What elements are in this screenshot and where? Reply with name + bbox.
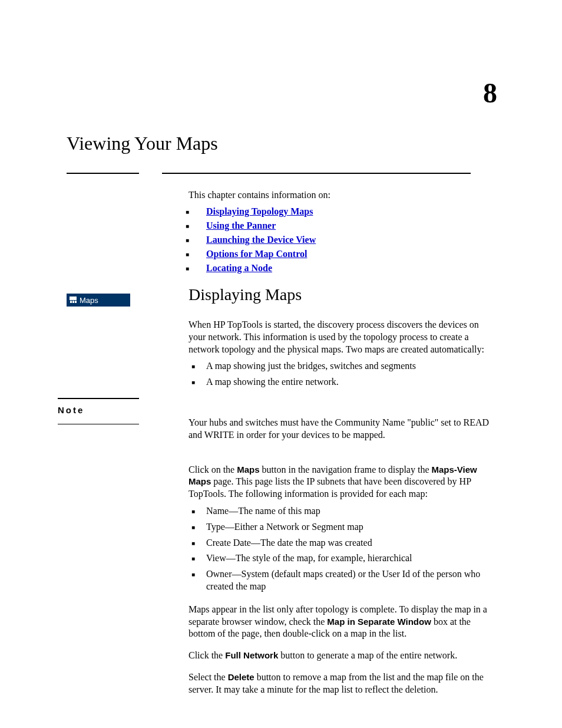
- divider-right: [162, 173, 471, 174]
- note-rule-bottom: [58, 424, 139, 424]
- maps-nav-button: Maps: [67, 294, 130, 307]
- toc-link-locating-node[interactable]: Locating a Node: [206, 263, 272, 273]
- note-label: Note: [58, 405, 140, 415]
- list-item: Type—Either a Network or Segment map: [189, 521, 495, 533]
- bold-map-separate-window: Map in Separate Window: [327, 617, 431, 627]
- maps-icon: [69, 296, 77, 304]
- note-text: Your hubs and switches must have the Com…: [189, 417, 495, 442]
- paragraph-map-display: Maps appear in the list only after topol…: [189, 604, 495, 640]
- svg-rect-0: [70, 297, 77, 300]
- paragraph-full-network: Click the Full Network button to generat…: [189, 650, 495, 662]
- main-content: This chapter contains information on: Di…: [189, 190, 495, 701]
- toc-item: Options for Map Control: [189, 249, 495, 259]
- svg-rect-1: [70, 301, 72, 303]
- toc-item: Locating a Node: [189, 263, 495, 274]
- svg-rect-3: [75, 301, 77, 303]
- toc-link-options-map-control[interactable]: Options for Map Control: [206, 249, 307, 259]
- chapter-title: Viewing Your Maps: [67, 133, 218, 154]
- toc-link-using-panner[interactable]: Using the Panner: [206, 220, 276, 230]
- bullet-list-maps-created: A map showing just the bridges, switches…: [189, 360, 495, 388]
- list-item: A map showing just the bridges, switches…: [189, 360, 495, 373]
- bullet-list-map-info: Name—The name of this map Type—Either a …: [189, 505, 495, 593]
- list-item: Create Date—The date the map was created: [189, 537, 495, 549]
- list-item: View—The style of the map, for example, …: [189, 552, 495, 565]
- bold-maps: Maps: [237, 465, 259, 475]
- list-item: Name—The name of this map: [189, 505, 495, 518]
- toc-item: Launching the Device View: [189, 235, 495, 245]
- maps-button-label: Maps: [80, 296, 98, 305]
- note-rule-top: [58, 398, 139, 399]
- paragraph-click-maps: Click on the Maps button in the navigati…: [189, 464, 495, 500]
- paragraph-discovery: When HP TopTools is started, the discove…: [189, 319, 495, 355]
- toc-link-displaying-topology[interactable]: Displaying Topology Maps: [206, 206, 313, 216]
- toc-item: Using the Panner: [189, 220, 495, 231]
- divider-left: [67, 173, 139, 174]
- intro-text: This chapter contains information on:: [189, 190, 495, 200]
- svg-rect-2: [72, 301, 74, 303]
- bold-full-network: Full Network: [225, 650, 278, 660]
- toc-item: Displaying Topology Maps: [189, 206, 495, 217]
- toc-list: Displaying Topology Maps Using the Panne…: [189, 206, 495, 274]
- chapter-number: 8: [483, 77, 497, 109]
- paragraph-delete: Select the Delete button to remove a map…: [189, 671, 495, 696]
- list-item: Owner—System (default maps created) or t…: [189, 568, 495, 593]
- section-heading: Displaying Maps: [189, 285, 495, 304]
- list-item: A map showing the entire network.: [189, 376, 495, 388]
- bold-delete: Delete: [228, 672, 254, 682]
- toc-link-launching-device-view[interactable]: Launching the Device View: [206, 235, 316, 245]
